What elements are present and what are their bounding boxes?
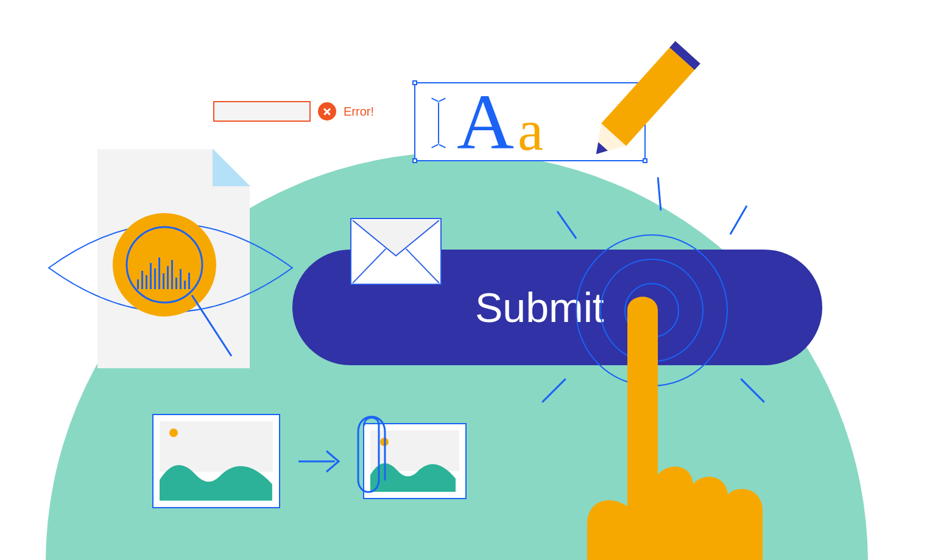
envelope-icon <box>350 218 442 285</box>
svg-line-8 <box>406 249 440 283</box>
bar-chart-icon <box>137 256 195 289</box>
error-label: Error! <box>344 105 374 119</box>
magnifier-icon <box>107 198 241 380</box>
sample-letter-lower: a <box>518 97 543 164</box>
svg-line-7 <box>353 249 386 283</box>
arrow-right-icon <box>297 446 346 477</box>
error-close-icon <box>318 102 336 121</box>
error-input[interactable] <box>213 101 311 122</box>
svg-rect-4 <box>669 41 700 70</box>
svg-line-2 <box>192 295 231 356</box>
burst-line <box>729 205 747 235</box>
text-cursor-icon <box>429 99 448 147</box>
text-edit-box[interactable]: A a <box>414 82 646 161</box>
image-resize-group <box>152 414 467 508</box>
image-thumbnail-large <box>152 414 280 508</box>
sample-letter-upper: A <box>457 76 514 167</box>
paperclip-icon <box>352 408 389 499</box>
pointer-hand-icon <box>536 268 828 560</box>
error-field-group: Error! <box>213 101 374 122</box>
